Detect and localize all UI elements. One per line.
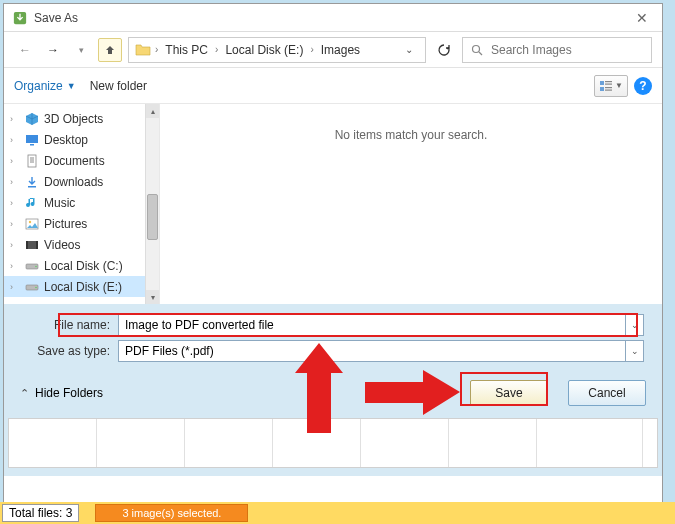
breadcrumb-item[interactable]: This PC [162,43,211,57]
recent-dropdown-icon[interactable]: ▾ [70,39,92,61]
save-button[interactable]: Save [470,380,548,406]
chevron-right-icon: › [155,44,158,55]
save-as-icon [12,10,28,26]
svg-rect-10 [30,144,34,146]
tree-item[interactable]: ›Downloads [4,171,159,192]
music-icon [24,195,40,211]
svg-rect-4 [605,81,612,82]
back-button[interactable]: ← [14,39,36,61]
svg-point-24 [35,286,37,288]
svg-point-22 [35,265,37,267]
tree-item-label: Documents [44,154,105,168]
filename-dropdown-icon[interactable]: ⌄ [626,314,644,336]
svg-point-1 [473,45,480,52]
saveastype-label: Save as type: [22,344,110,358]
chevron-down-icon: ▼ [67,81,76,91]
folder-tree: ›3D Objects›Desktop›Documents›Downloads›… [4,104,160,304]
svg-rect-3 [600,81,604,85]
chevron-right-icon: › [215,44,218,55]
hide-folders-button[interactable]: Hide Folders [35,386,103,400]
expand-icon[interactable]: › [10,135,20,145]
tree-item[interactable]: ›Desktop [4,129,159,150]
file-list: No items match your search. [160,104,662,304]
tree-item[interactable]: ›Music [4,192,159,213]
svg-point-17 [29,220,31,222]
expand-icon[interactable]: › [10,198,20,208]
svg-rect-7 [605,87,612,88]
chevron-down-icon: ▼ [615,81,623,90]
breadcrumb-item[interactable]: Images [318,43,363,57]
view-options-button[interactable]: ▼ [594,75,628,97]
refresh-button[interactable] [432,38,456,62]
tree-item-label: Videos [44,238,80,252]
tree-item[interactable]: ›Local Disk (C:) [4,255,159,276]
tree-item-label: Pictures [44,217,87,231]
forward-button[interactable]: → [42,39,64,61]
titlebar: Save As ✕ [4,4,662,32]
close-icon[interactable]: ✕ [630,10,654,26]
tree-item[interactable]: ›Videos [4,234,159,255]
saveastype-combo[interactable]: PDF Files (*.pdf) [118,340,626,362]
tree-item-label: Local Disk (E:) [44,280,122,294]
folder-icon [135,43,151,57]
breadcrumb-dropdown-icon[interactable]: ⌄ [399,44,419,55]
svg-rect-6 [600,87,604,91]
tree-item-label: Desktop [44,133,88,147]
scroll-thumb[interactable] [147,194,158,240]
expand-icon[interactable]: › [10,156,20,166]
search-input[interactable] [491,43,643,57]
preview-grid [8,418,658,468]
caret-up-icon[interactable]: ⌃ [20,387,29,400]
tree-item[interactable]: ›Documents [4,150,159,171]
expand-icon[interactable]: › [10,240,20,250]
doc-icon [24,153,40,169]
expand-icon[interactable]: › [10,282,20,292]
svg-rect-19 [26,241,28,249]
tree-item[interactable]: ›Local Disk (E:) [4,276,159,297]
selection-badge: 3 image(s) selected. [95,504,248,522]
breadcrumb[interactable]: › This PC › Local Disk (E:) › Images ⌄ [128,37,426,63]
svg-rect-15 [28,186,36,188]
expand-icon[interactable]: › [10,177,20,187]
new-folder-button[interactable]: New folder [90,79,147,93]
svg-rect-20 [36,241,38,249]
tree-item-label: Local Disk (C:) [44,259,123,273]
tree-item-label: Downloads [44,175,103,189]
cancel-button[interactable]: Cancel [568,380,646,406]
search-icon [471,44,483,56]
svg-rect-9 [26,135,38,143]
svg-rect-5 [605,83,612,84]
svg-rect-8 [605,89,612,90]
scroll-up-icon[interactable]: ▴ [146,104,159,118]
expand-icon[interactable]: › [10,114,20,124]
tree-item[interactable]: ›3D Objects [4,108,159,129]
scrollbar[interactable]: ▴ ▾ [145,104,159,304]
tree-item[interactable]: ›Pictures [4,213,159,234]
filename-input[interactable] [118,314,626,336]
window-title: Save As [34,11,78,25]
tree-item-label: 3D Objects [44,112,103,126]
organize-button[interactable]: Organize ▼ [14,79,76,93]
filename-label: File name: [22,318,110,332]
pic-icon [24,216,40,232]
drive-icon [24,279,40,295]
svg-rect-11 [28,155,36,167]
expand-icon[interactable]: › [10,219,20,229]
desktop-icon [24,132,40,148]
expand-icon[interactable]: › [10,261,20,271]
saveastype-dropdown-icon[interactable]: ⌄ [626,340,644,362]
cube-icon [24,111,40,127]
dialog-footer: File name: ⌄ Save as type: PDF Files (*.… [4,304,662,476]
breadcrumb-item[interactable]: Local Disk (E:) [222,43,306,57]
tree-item-label: Music [44,196,75,210]
help-button[interactable]: ? [634,77,652,95]
video-icon [24,237,40,253]
drive-icon [24,258,40,274]
total-files-text: Total files: 3 [2,504,79,522]
chevron-right-icon: › [310,44,313,55]
up-button[interactable] [98,38,122,62]
status-bar: Total files: 3 3 image(s) selected. [0,502,675,524]
navigation-bar: ← → ▾ › This PC › Local Disk (E:) › Imag… [4,32,662,68]
search-box[interactable] [462,37,652,63]
scroll-down-icon[interactable]: ▾ [146,290,159,304]
